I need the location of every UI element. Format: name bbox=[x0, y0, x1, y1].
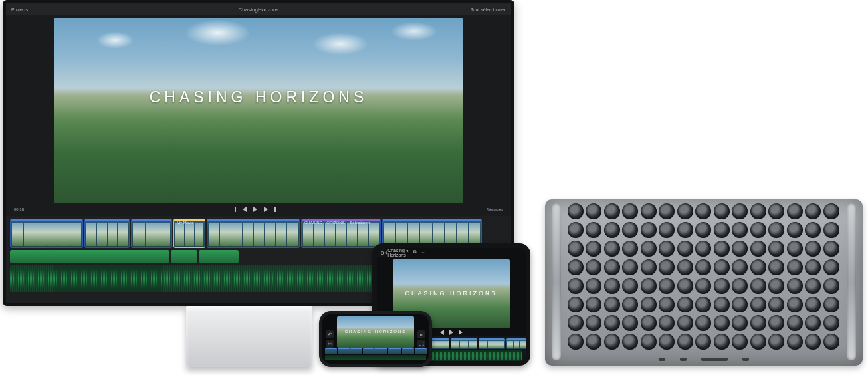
settings-icon[interactable]: ⚙ bbox=[413, 249, 417, 256]
grille-hole bbox=[805, 259, 821, 275]
iphone-title-overlay: CHASING HORIZONS bbox=[337, 330, 414, 334]
next-icon[interactable] bbox=[264, 207, 268, 212]
handle-right bbox=[847, 203, 856, 360]
add-icon[interactable]: ＋ bbox=[421, 249, 425, 256]
usb-c-port bbox=[659, 358, 665, 361]
scissors-icon[interactable]: ✂ bbox=[326, 340, 334, 348]
ipad-clip[interactable] bbox=[431, 338, 449, 349]
prev-icon[interactable] bbox=[243, 207, 247, 212]
iphone-preview[interactable]: CHASING HORIZONS bbox=[337, 316, 414, 348]
iphone-clip[interactable] bbox=[325, 348, 337, 354]
video-clip[interactable]: My Movie bbox=[173, 219, 205, 248]
grille-hole bbox=[568, 334, 584, 350]
grille-hole bbox=[732, 315, 748, 331]
iphone-clip[interactable] bbox=[388, 348, 401, 354]
audio-clip[interactable] bbox=[171, 250, 197, 263]
iphone-clip[interactable] bbox=[415, 348, 427, 354]
grille-hole bbox=[622, 297, 638, 312]
iphone-video-track[interactable] bbox=[325, 348, 426, 354]
grille-hole bbox=[641, 241, 657, 257]
grille-hole bbox=[695, 278, 711, 294]
iphone-clip[interactable] bbox=[350, 348, 362, 354]
grille-hole bbox=[586, 334, 601, 350]
fullscreen-icon[interactable]: ⛶ bbox=[417, 340, 425, 348]
iphone: ↶ ✂ ▸ ⛶ CHASING HORIZONS bbox=[319, 311, 432, 367]
grille-hole bbox=[787, 259, 803, 275]
select-all-button[interactable]: Tout sélectionner bbox=[471, 7, 506, 12]
grille-hole bbox=[622, 334, 638, 350]
iphone-clip[interactable] bbox=[374, 348, 387, 354]
grille-hole bbox=[750, 222, 766, 238]
iphone-clip[interactable] bbox=[402, 348, 414, 354]
grille-hole bbox=[641, 278, 657, 294]
grille-hole bbox=[604, 315, 620, 331]
grille-hole bbox=[677, 315, 693, 331]
back-projects-button[interactable]: Projects bbox=[11, 7, 28, 12]
grille-hole bbox=[568, 203, 584, 219]
grille-hole bbox=[714, 222, 730, 238]
video-clip[interactable] bbox=[131, 219, 172, 248]
usb-c-port bbox=[680, 358, 687, 361]
timecode: 00:18 bbox=[14, 207, 24, 211]
grille-hole bbox=[586, 278, 601, 294]
grille-hole bbox=[622, 278, 638, 294]
iphone-clip[interactable] bbox=[363, 348, 374, 354]
ipad-prev-icon[interactable] bbox=[440, 330, 444, 335]
grille-hole bbox=[568, 259, 584, 275]
grille-hole bbox=[586, 203, 601, 219]
grille-hole bbox=[659, 297, 675, 312]
go-end-icon[interactable] bbox=[274, 207, 276, 212]
iphone-timeline[interactable] bbox=[325, 348, 426, 362]
iphone-clip[interactable] bbox=[338, 348, 350, 354]
grille-hole bbox=[805, 241, 821, 257]
grille-hole bbox=[641, 315, 657, 331]
grille-hole bbox=[604, 203, 620, 219]
video-clip[interactable] bbox=[10, 219, 83, 248]
preview-viewer[interactable]: CHASING HORIZONS bbox=[54, 18, 463, 203]
title-overlay: CHASING HORIZONS bbox=[54, 88, 463, 106]
ipad-back-button[interactable]: OK bbox=[381, 251, 387, 255]
video-clip[interactable] bbox=[84, 219, 130, 248]
grille-hole bbox=[604, 297, 620, 312]
grille-hole bbox=[622, 315, 638, 331]
ipad-clip[interactable] bbox=[506, 338, 526, 349]
grille-hole bbox=[714, 315, 730, 331]
grille-hole bbox=[787, 334, 803, 350]
play-icon[interactable] bbox=[253, 207, 257, 212]
undo-icon[interactable]: ↶ bbox=[326, 330, 334, 338]
ipad-play-icon[interactable] bbox=[449, 330, 453, 335]
grille-hole bbox=[641, 297, 657, 312]
iphone-audio-track[interactable] bbox=[325, 355, 426, 360]
audio-clip[interactable] bbox=[199, 250, 239, 263]
grille-hole bbox=[823, 278, 839, 294]
grille-hole bbox=[641, 259, 657, 275]
grille-hole bbox=[768, 259, 784, 275]
grille-hole bbox=[568, 241, 584, 257]
ipad-next-icon[interactable] bbox=[459, 330, 463, 335]
app-toolbar: Projects ChasingHorizons Tout sélectionn… bbox=[6, 3, 511, 15]
ipad-clip[interactable] bbox=[451, 338, 477, 349]
help-icon[interactable]: ? bbox=[406, 249, 409, 256]
grille-hole bbox=[677, 334, 693, 350]
iphone-play-icon[interactable]: ▸ bbox=[417, 330, 425, 338]
settings-label[interactable]: Réglages bbox=[487, 207, 503, 211]
monitor-stand bbox=[186, 306, 312, 367]
power-button[interactable] bbox=[701, 358, 728, 361]
grille-hole bbox=[568, 278, 584, 294]
grille-hole bbox=[659, 203, 675, 219]
go-start-icon[interactable] bbox=[235, 207, 236, 212]
video-clip[interactable]: CHASING HORIZONS —Sélectionné bbox=[301, 219, 381, 248]
grille-hole bbox=[677, 203, 693, 219]
grille-hole bbox=[732, 241, 748, 257]
grille-hole bbox=[714, 259, 730, 275]
grille-hole bbox=[641, 334, 657, 350]
lattice-grille bbox=[568, 205, 840, 350]
grille-hole bbox=[823, 334, 839, 350]
grille-hole bbox=[750, 315, 766, 331]
audio-clip[interactable] bbox=[10, 250, 169, 263]
grille-hole bbox=[622, 203, 638, 219]
ipad-clip[interactable] bbox=[479, 338, 505, 349]
grille-hole bbox=[604, 278, 620, 294]
video-clip[interactable] bbox=[207, 219, 300, 248]
grille-hole bbox=[677, 222, 693, 238]
